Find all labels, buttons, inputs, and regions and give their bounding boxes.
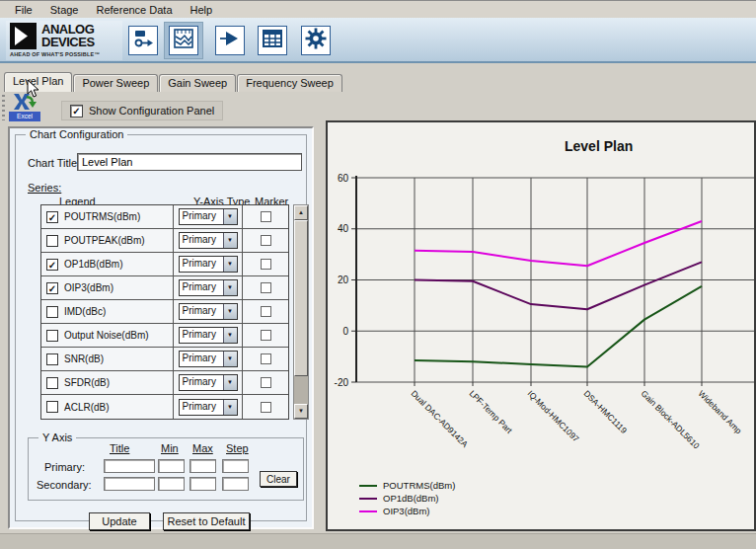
series-visible-checkbox[interactable] bbox=[46, 330, 58, 342]
svg-text:-20: -20 bbox=[335, 377, 349, 388]
settings-button[interactable] bbox=[301, 26, 331, 55]
clear-button[interactable]: Clear bbox=[260, 471, 297, 487]
series-row-poutrms-dbm: ✓POUTRMS(dBm)Primary▼ bbox=[41, 205, 288, 229]
toolbar-grip-handle[interactable] bbox=[2, 95, 5, 120]
show-configuration-panel-label: Show Configuration Panel bbox=[89, 105, 214, 117]
secondary-min-field[interactable] bbox=[158, 477, 185, 491]
level-plan-chart: 6040200-20Dual DAC-AD9142ALPF-Temp PartI… bbox=[328, 122, 754, 529]
y-axis-col-title: Title bbox=[110, 442, 129, 454]
menu-item-help[interactable]: Help bbox=[182, 3, 222, 17]
svg-text:IQ-Mod-HMC1097: IQ-Mod-HMC1097 bbox=[526, 388, 581, 443]
y-axis-type-dropdown[interactable]: Primary▼ bbox=[179, 351, 238, 367]
marker-checkbox[interactable] bbox=[261, 282, 271, 293]
show-configuration-panel-toggle[interactable]: ✓ Show Configuration Panel bbox=[61, 101, 223, 120]
y-axis-type-dropdown[interactable]: Primary▼ bbox=[179, 279, 238, 296]
secondary-max-field[interactable] bbox=[189, 477, 216, 491]
y-axis-type-dropdown[interactable]: Primary▼ bbox=[179, 374, 238, 391]
update-button[interactable]: Update bbox=[89, 512, 150, 530]
series-label: POUTPEAK(dBm) bbox=[64, 235, 145, 246]
chevron-down-icon[interactable]: ▼ bbox=[223, 304, 237, 319]
menu-item-reference-data[interactable]: Reference Data bbox=[87, 3, 181, 17]
marker-checkbox[interactable] bbox=[261, 377, 271, 388]
stage-flow-button[interactable] bbox=[128, 26, 158, 55]
tab-gain-sweep[interactable]: Gain Sweep bbox=[159, 74, 236, 92]
primary-step-field[interactable] bbox=[222, 459, 249, 473]
series-visible-checkbox[interactable] bbox=[46, 235, 58, 247]
chevron-down-icon[interactable]: ▼ bbox=[223, 375, 237, 390]
brand-line2: DEVICES bbox=[41, 36, 95, 48]
menu-item-stage[interactable]: Stage bbox=[41, 3, 88, 17]
svg-text:Dual DAC-AD9142A: Dual DAC-AD9142A bbox=[410, 388, 471, 449]
y-axis-type-value: Primary bbox=[180, 304, 223, 319]
show-configuration-panel-checkbox[interactable]: ✓ bbox=[70, 105, 83, 118]
series-visible-checkbox[interactable] bbox=[46, 377, 58, 389]
series-row-oip3-dbm: ✓OIP3(dBm)Primary▼ bbox=[41, 276, 288, 300]
chevron-down-icon[interactable]: ▼ bbox=[223, 352, 237, 366]
y-axis-type-dropdown[interactable]: Primary▼ bbox=[179, 327, 238, 344]
chart-view-button[interactable] bbox=[169, 26, 198, 55]
tab-frequency-sweep[interactable]: Frequency Sweep bbox=[237, 74, 342, 92]
secondary-title-field[interactable] bbox=[104, 477, 155, 491]
marker-checkbox[interactable] bbox=[261, 402, 271, 413]
gear-icon bbox=[304, 27, 328, 54]
series-label: SFDR(dB) bbox=[64, 377, 110, 388]
marker-checkbox[interactable] bbox=[261, 353, 271, 364]
series-visible-checkbox[interactable] bbox=[46, 353, 58, 365]
analog-devices-triangle-icon bbox=[10, 23, 37, 53]
chart-title-input[interactable] bbox=[77, 153, 302, 171]
table-icon bbox=[261, 27, 284, 54]
secondary-step-field[interactable] bbox=[222, 477, 249, 491]
chevron-down-icon[interactable]: ▼ bbox=[223, 280, 237, 295]
marker-checkbox[interactable] bbox=[261, 306, 271, 317]
y-axis-type-dropdown[interactable]: Primary▼ bbox=[179, 399, 238, 416]
series-scrollbar[interactable]: ▲ ▼ bbox=[293, 204, 309, 420]
scrollbar-thumb[interactable] bbox=[294, 220, 308, 376]
legend-swatch bbox=[359, 498, 377, 500]
series-visible-checkbox[interactable] bbox=[46, 306, 58, 318]
chevron-down-icon[interactable]: ▼ bbox=[223, 257, 237, 272]
y-axis-type-dropdown[interactable]: Primary▼ bbox=[179, 256, 238, 273]
svg-text:LPF-Temp Part: LPF-Temp Part bbox=[468, 388, 515, 435]
run-analysis-button[interactable] bbox=[215, 26, 245, 55]
series-visible-checkbox[interactable]: ✓ bbox=[46, 282, 58, 294]
series-label: OP1dB(dBm) bbox=[64, 259, 122, 270]
series-label: IMD(dBc) bbox=[64, 306, 106, 317]
chart-title: Level Plan bbox=[565, 138, 756, 154]
y-axis-type-dropdown[interactable]: Primary▼ bbox=[179, 303, 238, 320]
series-visible-checkbox[interactable]: ✓ bbox=[46, 259, 58, 271]
y-axis-group-title: Y Axis bbox=[38, 431, 76, 443]
svg-text:60: 60 bbox=[338, 173, 349, 184]
chevron-down-icon[interactable]: ▼ bbox=[223, 328, 237, 343]
primary-title-field[interactable] bbox=[104, 459, 155, 473]
svg-text:Wideband Amp: Wideband Amp bbox=[697, 388, 744, 435]
tab-power-sweep[interactable]: Power Sweep bbox=[73, 74, 158, 92]
series-label: SNR(dB) bbox=[64, 353, 104, 364]
legend-item-oip3-dbm: OIP3(dBm) bbox=[359, 505, 455, 517]
y-axis-groupbox: Y Axis Title Min Max Step Primary: Secon… bbox=[28, 437, 304, 501]
chart-configuration-panel: Chart Configuration Chart Title: Series:… bbox=[8, 126, 314, 529]
primary-max-field[interactable] bbox=[189, 459, 216, 473]
marker-checkbox[interactable] bbox=[261, 235, 271, 246]
series-section-label: Series: bbox=[28, 182, 61, 194]
y-axis-type-dropdown[interactable]: Primary▼ bbox=[179, 232, 238, 249]
menu-item-file[interactable]: File bbox=[6, 3, 41, 17]
series-visible-checkbox[interactable] bbox=[46, 401, 58, 413]
data-table-button[interactable] bbox=[258, 26, 287, 55]
marker-checkbox[interactable] bbox=[261, 211, 271, 222]
chevron-down-icon[interactable]: ▼ bbox=[223, 233, 237, 248]
marker-checkbox[interactable] bbox=[261, 259, 271, 270]
chevron-down-icon[interactable]: ▼ bbox=[223, 400, 237, 415]
series-table: ✓POUTRMS(dBm)Primary▼POUTPEAK(dBm)Primar… bbox=[40, 204, 289, 420]
marker-checkbox[interactable] bbox=[261, 330, 271, 341]
scroll-up-button[interactable]: ▲ bbox=[294, 205, 308, 220]
svg-text:40: 40 bbox=[338, 223, 349, 234]
series-visible-checkbox[interactable]: ✓ bbox=[46, 211, 58, 223]
scroll-down-button[interactable]: ▼ bbox=[294, 404, 308, 419]
chart-panel: Level Plan 6040200-20Dual DAC-AD9142ALPF… bbox=[326, 120, 756, 531]
tab-strip: Level PlanPower SweepGain SweepFrequency… bbox=[4, 72, 343, 92]
series-label: OIP3(dBm) bbox=[64, 282, 113, 293]
y-axis-type-dropdown[interactable]: Primary▼ bbox=[179, 208, 238, 225]
reset-to-default-button[interactable]: Reset to Default bbox=[163, 512, 250, 530]
chevron-down-icon[interactable]: ▼ bbox=[223, 209, 237, 224]
primary-min-field[interactable] bbox=[158, 459, 185, 473]
